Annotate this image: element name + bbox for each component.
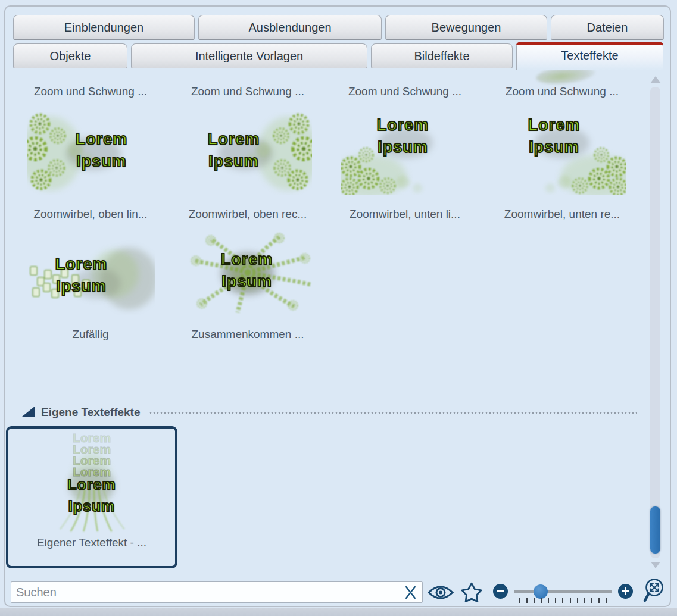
reset-zoom-icon[interactable]: [643, 577, 667, 605]
preview-text: LoremIpsum: [521, 114, 588, 158]
collapse-triangle-icon: [22, 407, 35, 417]
effect-thumbnail: LoremIpsum: [184, 232, 312, 315]
slider-ticks: [519, 598, 607, 604]
tab-bewegungen[interactable]: Bewegungen: [385, 15, 547, 40]
effect-label[interactable]: Zoom und Schwung ...: [483, 85, 641, 98]
preview-text: LoremIpsum: [58, 474, 125, 517]
section-divider-dots: [149, 412, 637, 414]
tab-einblendungen[interactable]: Einblendungen: [13, 15, 195, 40]
effects-row-2: LoremIpsum Zufällig: [12, 232, 641, 341]
effect-label: Zoomwirbel, oben rec...: [189, 208, 307, 221]
panel-outer-edge: [0, 608, 677, 616]
tab-row-bottom: Objekte Intelligente Vorlagen Bildeffekt…: [13, 42, 663, 70]
search-input[interactable]: [11, 581, 423, 603]
tab-dateien[interactable]: Dateien: [551, 15, 664, 40]
effect-thumbnail: LoremIpsum: [27, 112, 155, 195]
effect-thumbnail: LoremIpsum: [27, 232, 155, 315]
effect-item-zoomwirbel-unten-rechts[interactable]: LoremIpsum Zoomwirbel, unten re...: [483, 112, 641, 221]
effect-item-zufaellig[interactable]: LoremIpsum Zufällig: [12, 232, 169, 341]
effect-label: Zusammenkommen ...: [192, 328, 304, 341]
effect-thumbnail: LoremIpsum: [184, 112, 312, 195]
star-icon[interactable]: [460, 582, 483, 605]
preview-text: LoremIpsum: [48, 254, 115, 298]
effect-label: Zoomwirbel, unten li...: [350, 208, 460, 221]
effect-thumbnail: LoremIpsum: [341, 112, 469, 195]
scrollbar-track[interactable]: [650, 87, 660, 558]
section-header-eigene-texteffekte[interactable]: Eigene Texteffekte: [12, 404, 641, 421]
effect-item-zoomwirbel-oben-rechts[interactable]: LoremIpsum Zoomwirbel, oben rec...: [169, 112, 326, 221]
tab-texteffekte[interactable]: Texteffekte: [516, 42, 663, 70]
preview-text: LoremIpsum: [68, 129, 135, 173]
effects-row-1: LoremIpsum Zoomwirbel, oben lin... Lorem…: [12, 112, 641, 221]
effect-item-zusammenkommen[interactable]: LoremIpsum Zusammenkommen ...: [169, 232, 326, 341]
effect-label: Zufällig: [72, 328, 108, 341]
section-title: Eigene Texteffekte: [41, 406, 140, 419]
tab-objekte[interactable]: Objekte: [13, 43, 127, 68]
preview-text: LoremIpsum: [370, 114, 436, 158]
tab-bildeffekte[interactable]: Bildeffekte: [371, 43, 513, 68]
effect-label: Zoomwirbel, oben lin...: [33, 208, 147, 221]
effect-thumbnail: LoremIpsum: [498, 112, 626, 195]
previous-row-labels: Zoom und Schwung ... Zoom und Schwung ..…: [12, 85, 641, 98]
effects-panel: Einblendungen Ausblendungen Bewegungen D…: [0, 0, 677, 616]
scrollbar-thumb[interactable]: [650, 506, 660, 554]
tab-intelligente-vorlagen[interactable]: Intelligente Vorlagen: [131, 43, 367, 68]
tab-row-top: Einblendungen Ausblendungen Bewegungen D…: [13, 15, 664, 40]
effect-item-zoomwirbel-unten-links[interactable]: LoremIpsum Zoomwirbel, unten li...: [326, 112, 483, 221]
clear-search-icon[interactable]: [404, 586, 417, 601]
zoom-out-icon[interactable]: [493, 584, 508, 599]
effect-label[interactable]: Zoom und Schwung ...: [326, 85, 483, 98]
effect-label: Zoomwirbel, unten re...: [504, 208, 620, 221]
effect-label: Eigener Texteffekt - ...: [8, 536, 175, 549]
effect-label[interactable]: Zoom und Schwung ...: [169, 85, 326, 98]
slider-thumb[interactable]: [534, 584, 548, 599]
thumbnail-size-slider[interactable]: [514, 590, 612, 593]
zoom-in-icon[interactable]: [618, 584, 633, 599]
scrollbar-down-arrow[interactable]: [651, 562, 660, 568]
preview-text-ghosts: Lorem Lorem Lorem Lorem: [8, 432, 175, 477]
preview-text: LoremIpsum: [201, 129, 267, 173]
effect-label[interactable]: Zoom und Schwung ...: [12, 85, 169, 98]
effect-item-zoomwirbel-oben-links[interactable]: LoremIpsum Zoomwirbel, oben lin...: [12, 112, 169, 221]
effect-thumbnail: Lorem Lorem Lorem Lorem LoremIpsum: [8, 431, 175, 533]
effect-item-eigener-texteffekt-selected[interactable]: Lorem Lorem Lorem Lorem LoremIpsum Eigen…: [6, 426, 177, 568]
eye-icon[interactable]: [427, 584, 454, 603]
tab-ausblendungen[interactable]: Ausblendungen: [198, 15, 382, 40]
scrollbar-up-arrow[interactable]: [650, 76, 661, 83]
preview-text: LoremIpsum: [214, 249, 280, 293]
